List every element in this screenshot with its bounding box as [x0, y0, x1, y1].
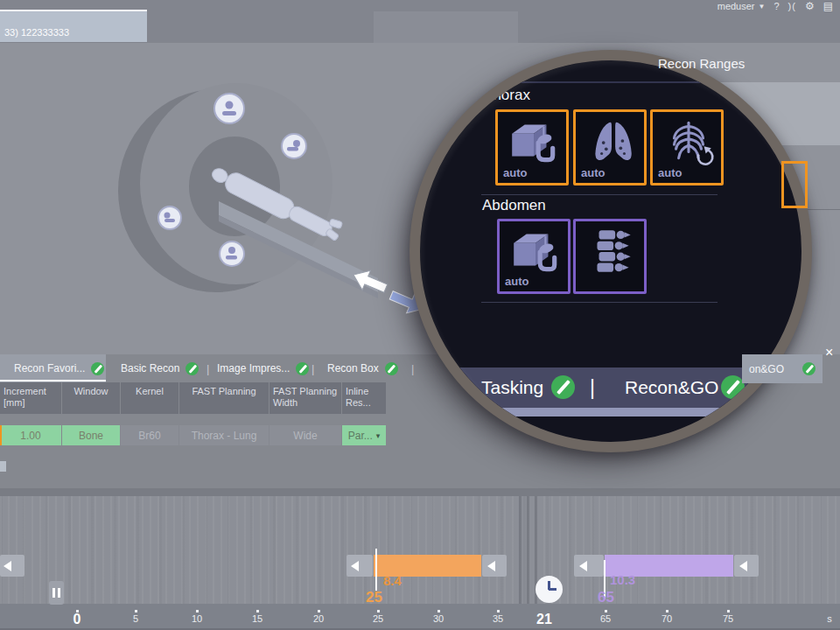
close-icon[interactable]: ×	[825, 345, 833, 360]
tick-label: 15	[252, 613, 262, 624]
timeline-top-strip	[0, 488, 840, 496]
wait-clock-icon	[536, 576, 563, 603]
recon-table-header: Increment[mm] Window Kernel FAST Plannin…	[0, 382, 386, 414]
gantry-badge-bottom[interactable]	[220, 242, 244, 266]
dropdown-caret-icon: ▾	[376, 431, 381, 440]
recon-table-row: 1.00 Bone Br60 Thorax - Lung Wide Par...…	[0, 425, 386, 445]
recon-button-abdomen-spine[interactable]	[573, 219, 647, 294]
tab-tasking[interactable]: Tasking	[481, 377, 543, 398]
user-menu[interactable]: meduser ▼	[718, 1, 766, 11]
cell-fast-planning[interactable]: Thorax - Lung	[179, 425, 269, 445]
scroll-notch[interactable]	[0, 461, 6, 472]
range1-end-handle[interactable]	[482, 555, 507, 577]
range1-start-handle[interactable]	[346, 555, 373, 577]
edit-icon[interactable]	[296, 362, 309, 375]
patient-tab[interactable]: 33) 122333333	[0, 11, 147, 42]
range2-end-handle[interactable]	[734, 555, 759, 577]
lungs-icon	[584, 116, 639, 166]
magnifier-loupe: Thorax auto auto	[410, 50, 812, 452]
recon-button-thorax-ribcage[interactable]: auto	[650, 109, 724, 186]
tick-dot	[377, 610, 380, 612]
tick-dot	[256, 610, 259, 612]
cell-kernel[interactable]: Br60	[121, 425, 178, 445]
tab-label: Recon Box	[327, 362, 379, 374]
cell-width[interactable]: Wide	[270, 425, 341, 445]
cell-inline-results-dropdown[interactable]: Par... ▾	[342, 425, 386, 445]
col-inline-results: InlineRes...	[342, 382, 386, 414]
cube-organs-icon	[508, 225, 563, 276]
top-band	[374, 11, 518, 43]
layout-icon[interactable]: ▤	[823, 0, 833, 12]
recon-range-button-partial[interactable]	[781, 161, 808, 208]
tick-label: 5	[133, 613, 138, 624]
settings-gear-icon[interactable]: ⚙	[805, 0, 815, 12]
edit-icon[interactable]	[186, 362, 199, 375]
tick-dot	[727, 610, 730, 612]
chevron-down-icon: ▼	[759, 3, 766, 10]
username: meduser	[718, 1, 755, 11]
col-increment: Increment[mm]	[0, 382, 61, 414]
recon-ranges-title: Recon Ranges	[658, 56, 745, 71]
help-icon[interactable]: ?	[774, 1, 779, 11]
edit-icon[interactable]	[802, 362, 816, 375]
time-unit-label: s	[827, 613, 832, 624]
tab-recon-go-partial[interactable]: on&GO	[742, 354, 822, 383]
range2-start-handle[interactable]	[574, 555, 604, 577]
tick-label: 30	[433, 613, 444, 624]
edit-icon[interactable]	[721, 375, 745, 399]
user-menu-area: meduser ▼ ? )( ⚙ ▤	[718, 1, 833, 11]
col-window: Window	[62, 382, 120, 414]
cell-increment[interactable]: 1.00	[0, 425, 61, 445]
tab-separator: |	[206, 354, 209, 382]
auto-label: auto	[505, 275, 528, 288]
range1-duration: 8.4	[383, 573, 402, 588]
ribcage-rotate-icon	[662, 116, 716, 166]
brackets-icon[interactable]: )(	[788, 1, 796, 11]
tab-image-impression[interactable]: Image Impres...	[217, 354, 309, 382]
tab-separator: |	[590, 376, 595, 400]
col-fast-planning: FAST Planning	[179, 382, 269, 414]
tick-dot	[318, 610, 320, 612]
tick-label: 70	[662, 613, 672, 624]
scanner-illustration	[35, 48, 438, 346]
patient-id: 33) 122333333	[4, 27, 69, 38]
tick-dot	[666, 610, 668, 612]
spine-icon	[584, 225, 639, 276]
cube-organs-icon	[507, 116, 561, 166]
range1-start-marker	[375, 549, 377, 591]
tab-separator: |	[411, 354, 414, 382]
tab-separator: |	[312, 354, 314, 382]
edit-icon[interactable]	[385, 362, 398, 375]
tab-recon-go[interactable]: Recon&GO	[625, 377, 718, 398]
recon-button-abdomen-volume[interactable]: auto	[497, 219, 570, 294]
gantry-badge-right[interactable]	[282, 134, 306, 158]
range-handle-left-edge[interactable]	[0, 555, 24, 577]
auto-label: auto	[503, 166, 527, 179]
recon-button-thorax-volume[interactable]: auto	[495, 109, 569, 186]
tick-dot	[438, 610, 440, 612]
gap-seconds-label: 21	[536, 612, 552, 627]
range2-start-value: 65	[598, 589, 614, 606]
tick-dot	[605, 610, 607, 612]
col-fast-planning-width: FAST PlanningWidth	[270, 382, 341, 414]
tab-basic-recon[interactable]: Basic Recon	[121, 354, 199, 382]
tick-dot	[196, 610, 199, 612]
tab-label: Basic Recon	[121, 362, 179, 374]
pause-button[interactable]	[49, 581, 64, 605]
cell-window[interactable]: Bone	[62, 425, 120, 445]
edit-icon[interactable]	[91, 362, 104, 375]
tab-recon-box[interactable]: Recon Box	[327, 354, 398, 382]
tab-label: Image Impres...	[217, 362, 290, 374]
tab-recon-favorites-content[interactable]: Recon Favori...	[14, 354, 104, 382]
tick-label: 35	[493, 613, 503, 624]
gantry-badge-top[interactable]	[214, 94, 244, 123]
recon-button-thorax-lung[interactable]: auto	[573, 109, 647, 186]
scan-timeline	[0, 496, 840, 604]
gantry-badge-left[interactable]	[158, 206, 181, 229]
timeline-ruler	[0, 604, 840, 628]
edit-icon[interactable]	[551, 375, 575, 399]
col-kernel: Kernel	[121, 382, 178, 414]
tick-label: 0	[74, 612, 81, 627]
section-label-thorax: Thorax	[484, 87, 530, 104]
tick-label: 75	[723, 613, 733, 624]
